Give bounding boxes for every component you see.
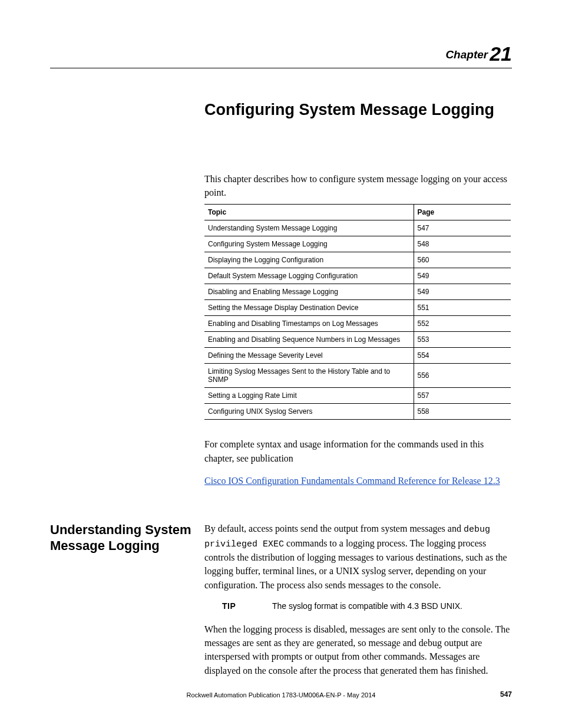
- toc-topic[interactable]: Default System Message Logging Configura…: [204, 268, 414, 284]
- toc-page: 558: [414, 404, 511, 420]
- toc-page: 549: [414, 284, 511, 300]
- chapter-number: 21: [490, 42, 512, 65]
- tip-text: The syslog format is compatible with 4.3…: [272, 600, 512, 612]
- after-table-text: For complete syntax and usage informatio…: [204, 437, 512, 465]
- table-row: Limiting Syslog Messages Sent to the His…: [204, 364, 511, 388]
- toc-topic[interactable]: Setting a Logging Rate Limit: [204, 388, 414, 404]
- divider: [50, 68, 512, 68]
- toc-topic[interactable]: Enabling and Disabling Timestamps on Log…: [204, 316, 414, 332]
- toc-page: 554: [414, 348, 511, 364]
- p1a: By default, access points send the outpu…: [204, 523, 464, 533]
- toc-header-page: Page: [414, 205, 511, 220]
- table-row: Disabling and Enabling Message Logging54…: [204, 284, 511, 300]
- section: Understanding System Message Logging By …: [50, 522, 512, 686]
- table-row: Setting a Logging Rate Limit557: [204, 388, 511, 404]
- section-para2: When the logging process is disabled, me…: [204, 622, 512, 677]
- table-row: Displaying the Logging Configuration560: [204, 252, 511, 268]
- table-row: Configuring System Message Logging548: [204, 236, 511, 252]
- table-row: Defining the Message Severity Level554: [204, 348, 511, 364]
- toc-page: 560: [414, 252, 511, 268]
- chapter-label: Chapter: [445, 48, 488, 61]
- toc-topic[interactable]: Enabling and Disabling Sequence Numbers …: [204, 332, 414, 348]
- reference-link[interactable]: Cisco IOS Configuration Fundamentals Com…: [204, 476, 512, 486]
- toc-header-topic: Topic: [204, 205, 414, 220]
- intro-paragraph: This chapter describes how to configure …: [204, 172, 512, 199]
- toc-topic[interactable]: Defining the Message Severity Level: [204, 348, 414, 364]
- toc-page: 557: [414, 388, 511, 404]
- footer-text: Rockwell Automation Publication 1783-UM0…: [0, 691, 562, 699]
- table-row: Configuring UNIX Syslog Servers558: [204, 404, 511, 420]
- page-number: 547: [500, 690, 512, 699]
- table-row: Understanding System Message Logging547: [204, 220, 511, 236]
- toc-page: 553: [414, 332, 511, 348]
- tip-label: TIP: [222, 600, 272, 612]
- toc-topic[interactable]: Displaying the Logging Configuration: [204, 252, 414, 268]
- toc-topic[interactable]: Disabling and Enabling Message Logging: [204, 284, 414, 300]
- toc-page: 547: [414, 220, 511, 236]
- section-para1: By default, access points send the outpu…: [204, 522, 512, 592]
- table-row: Setting the Message Display Destination …: [204, 300, 511, 316]
- tip-block: TIP The syslog format is compatible with…: [222, 600, 512, 612]
- toc-topic[interactable]: Configuring System Message Logging: [204, 236, 414, 252]
- chapter-header: Chapter21: [50, 42, 512, 65]
- section-body: By default, access points send the outpu…: [204, 522, 512, 686]
- toc-page: 556: [414, 364, 511, 388]
- toc-topic[interactable]: Configuring UNIX Syslog Servers: [204, 404, 414, 420]
- toc-table: Topic Page Understanding System Message …: [204, 204, 511, 420]
- toc-page: 548: [414, 236, 511, 252]
- section-heading: Understanding System Message Logging: [50, 522, 204, 554]
- toc-topic[interactable]: Understanding System Message Logging: [204, 220, 414, 236]
- toc-topic[interactable]: Limiting Syslog Messages Sent to the His…: [204, 364, 414, 388]
- toc-page: 551: [414, 300, 511, 316]
- page-title: Configuring System Message Logging: [204, 101, 512, 119]
- toc-topic[interactable]: Setting the Message Display Destination …: [204, 300, 414, 316]
- table-row: Default System Message Logging Configura…: [204, 268, 511, 284]
- table-row: Enabling and Disabling Timestamps on Log…: [204, 316, 511, 332]
- toc-page: 549: [414, 268, 511, 284]
- table-row: Enabling and Disabling Sequence Numbers …: [204, 332, 511, 348]
- toc-page: 552: [414, 316, 511, 332]
